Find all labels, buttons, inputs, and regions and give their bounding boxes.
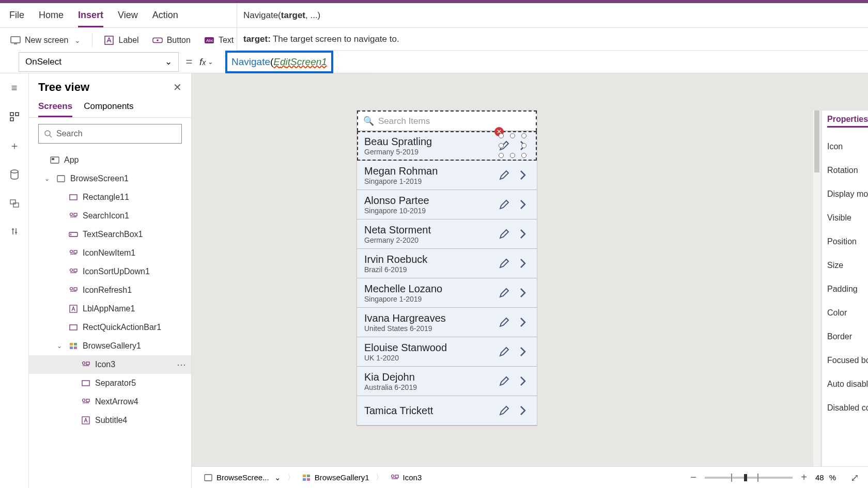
next-arrow-icon[interactable]: [516, 227, 530, 241]
next-arrow-icon[interactable]: [516, 345, 530, 358]
property-row[interactable]: Color: [827, 301, 863, 325]
tree-node-browsescreen1[interactable]: ⌄BrowseScreen1: [29, 169, 191, 188]
list-item[interactable]: Kia DejohnAustralia 6-2019: [357, 367, 537, 396]
tree-node-separator5[interactable]: Separator5: [29, 374, 191, 392]
menu-home[interactable]: Home: [39, 10, 64, 21]
crumb-icon: [390, 473, 400, 483]
edit-icon[interactable]: [498, 168, 511, 182]
next-arrow-icon[interactable]: [516, 374, 530, 388]
tree-node-iconrefresh1[interactable]: IconRefresh1: [29, 281, 191, 300]
edit-icon[interactable]: [498, 139, 511, 152]
expand-icon[interactable]: ⤢: [848, 471, 861, 484]
next-arrow-icon[interactable]: [516, 404, 530, 417]
zoom-in-button[interactable]: +: [798, 471, 810, 483]
tree-node-rectangle11[interactable]: Rectangle11: [29, 188, 191, 207]
fx-label[interactable]: fx⌄: [199, 56, 225, 68]
edit-icon[interactable]: [498, 227, 511, 241]
scrollbar-thumb[interactable]: [814, 111, 819, 172]
tree-node-icon3[interactable]: Icon3⋯: [29, 355, 191, 374]
list-item[interactable]: Elouise StanwoodUK 1-2020: [357, 337, 537, 367]
insert-rail-icon[interactable]: ＋: [7, 138, 22, 153]
formula-input[interactable]: Navigate(EditScreen1: [225, 51, 333, 73]
menu-file[interactable]: File: [9, 10, 24, 21]
edit-icon[interactable]: [498, 316, 511, 329]
next-arrow-icon[interactable]: [516, 198, 530, 211]
list-item[interactable]: Neta StormentGermany 2-2020: [357, 219, 537, 249]
button-button[interactable]: Button: [147, 32, 196, 49]
close-icon[interactable]: ✕: [173, 81, 182, 93]
menu-action[interactable]: Action: [152, 10, 178, 21]
list-item[interactable]: Alonso ParteeSingapore 10-2019: [357, 190, 537, 219]
equals-sign: =: [179, 55, 199, 69]
menu-view[interactable]: View: [118, 10, 138, 21]
row-name: Tamica Trickett: [364, 405, 492, 417]
toolbar-separator: [92, 33, 92, 48]
list-item[interactable]: Megan RohmanSingapore 1-2019: [357, 161, 537, 190]
tree-node-iconsortupdown1[interactable]: IconSortUpDown1: [29, 262, 191, 281]
canvas-area[interactable]: 🔍 Search Items Beau SpratlingGermany 5-2…: [192, 73, 868, 488]
edit-icon[interactable]: [498, 257, 511, 270]
data-icon[interactable]: [7, 167, 22, 182]
property-row[interactable]: Display mode: [827, 182, 863, 206]
tree-node-iconnewitem1[interactable]: IconNewItem1: [29, 244, 191, 262]
edit-icon[interactable]: [498, 198, 511, 211]
tree-view-icon[interactable]: [7, 109, 22, 124]
property-row[interactable]: Position: [827, 230, 863, 254]
tree-node-nextarrow4[interactable]: NextArrow4: [29, 392, 191, 411]
property-row[interactable]: Auto disable: [827, 372, 863, 396]
next-arrow-icon[interactable]: [516, 286, 530, 300]
tree-node-browsegallery1[interactable]: ⌄BrowseGallery1: [29, 337, 191, 355]
breadcrumb-item[interactable]: BrowseGallery1: [297, 470, 374, 485]
label-btn-label: Label: [118, 36, 138, 45]
next-arrow-icon[interactable]: [516, 139, 530, 152]
property-row[interactable]: Visible: [827, 206, 863, 230]
list-item[interactable]: Irvin RoebuckBrazil 6-2019: [357, 249, 537, 278]
tree-search-input[interactable]: Search: [38, 124, 182, 144]
list-item[interactable]: Beau SpratlingGermany 5-2019✕: [357, 131, 537, 161]
tree-node-rectquickactionbar1[interactable]: RectQuickActionBar1: [29, 318, 191, 337]
next-arrow-icon[interactable]: [516, 316, 530, 329]
property-row[interactable]: Size: [827, 254, 863, 277]
crumb-icon: [301, 473, 312, 483]
tree-node-textsearchbox1[interactable]: TextSearchBox1: [29, 225, 191, 244]
edit-icon[interactable]: [498, 404, 511, 417]
tree-node-lblappname1[interactable]: LblAppName1: [29, 300, 191, 318]
preview-search-row: 🔍 Search Items: [357, 111, 537, 131]
property-row[interactable]: Icon: [827, 135, 863, 159]
menu-insert[interactable]: Insert: [78, 10, 103, 27]
tab-components[interactable]: Components: [84, 97, 133, 117]
tools-icon[interactable]: [7, 225, 22, 240]
property-row[interactable]: Border: [827, 325, 863, 349]
property-row[interactable]: Padding: [827, 277, 863, 301]
zoom-thumb[interactable]: [744, 474, 747, 481]
property-row[interactable]: Rotation: [827, 159, 863, 182]
next-arrow-icon[interactable]: [516, 257, 530, 270]
more-icon[interactable]: ⋯: [177, 359, 187, 370]
property-row[interactable]: Disabled color: [827, 396, 863, 420]
tree-node-subtitle4[interactable]: Subtitle4: [29, 411, 191, 430]
list-item[interactable]: Tamica Trickett: [357, 396, 537, 426]
properties-tab[interactable]: Properties: [827, 115, 868, 128]
property-selector[interactable]: OnSelect ⌄: [19, 52, 179, 72]
property-row[interactable]: Focused border: [827, 349, 863, 372]
hamburger-icon[interactable]: ≡: [7, 81, 22, 95]
tree-node-app[interactable]: App: [29, 151, 191, 169]
label-button[interactable]: Label: [99, 32, 144, 49]
list-item[interactable]: Ivana HargreavesUnited States 6-2019: [357, 308, 537, 337]
zoom-slider[interactable]: [705, 477, 793, 479]
new-screen-button[interactable]: New screen: [5, 32, 86, 49]
row-name: Ivana Hargreaves: [364, 312, 492, 324]
edit-icon[interactable]: [498, 286, 511, 300]
edit-icon[interactable]: [498, 374, 511, 388]
tree-node-searchicon1[interactable]: SearchIcon1: [29, 207, 191, 225]
edit-icon[interactable]: [498, 345, 511, 358]
next-arrow-icon[interactable]: [516, 168, 530, 182]
media-icon[interactable]: [7, 196, 22, 211]
list-item[interactable]: Mechelle LozanoSingapore 1-2019: [357, 278, 537, 308]
tab-screens[interactable]: Screens: [38, 97, 72, 117]
row-name: Kia Dejohn: [364, 371, 492, 383]
breadcrumb-item[interactable]: Icon3: [385, 470, 426, 485]
zoom-out-button[interactable]: −: [687, 471, 700, 483]
canvas-scrollbar[interactable]: [813, 111, 820, 466]
breadcrumb-item[interactable]: BrowseScree...⌄: [199, 470, 285, 485]
